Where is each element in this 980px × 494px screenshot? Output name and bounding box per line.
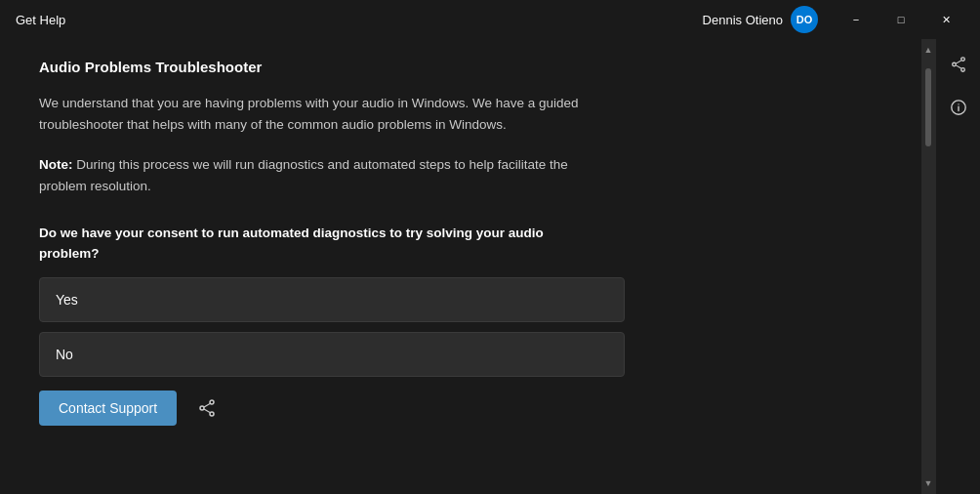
svg-point-6 <box>960 68 964 72</box>
share-button[interactable] <box>190 391 224 425</box>
main-content: Audio Problems Troubleshooter We underst… <box>0 39 921 494</box>
svg-point-0 <box>210 400 214 404</box>
app-title: Get Help <box>16 13 65 27</box>
svg-point-5 <box>960 58 964 62</box>
svg-line-3 <box>204 403 210 407</box>
svg-line-4 <box>204 409 210 413</box>
note-text: Note: During this process we will run di… <box>39 154 586 196</box>
svg-point-7 <box>952 62 956 66</box>
svg-line-9 <box>956 65 960 68</box>
consent-question: Do we have your consent to run automated… <box>39 224 586 264</box>
sidebar-share-icon <box>950 56 967 73</box>
svg-point-2 <box>200 406 204 410</box>
user-name: Dennis Otieno <box>703 13 783 27</box>
minimize-button[interactable]: − <box>834 4 878 35</box>
svg-point-12 <box>958 103 959 104</box>
scroll-down-button[interactable]: ▼ <box>921 474 935 492</box>
scrollbar-thumb[interactable] <box>925 68 931 146</box>
title-bar-right: Dennis Otieno DO − □ ✕ <box>703 4 968 35</box>
scrollbar-thumb-area <box>921 59 935 474</box>
svg-line-8 <box>956 61 960 63</box>
title-bar-left: Get Help <box>16 13 65 27</box>
info-icon <box>950 99 967 116</box>
right-sidebar <box>935 39 980 494</box>
scroll-up-button[interactable]: ▲ <box>921 41 935 59</box>
window-controls: − □ ✕ <box>834 4 968 35</box>
share-icon <box>197 398 217 418</box>
close-button[interactable]: ✕ <box>923 4 968 35</box>
no-option-button[interactable]: No <box>39 332 625 377</box>
note-body: During this process we will run diagnost… <box>39 157 568 193</box>
title-bar: Get Help Dennis Otieno DO − □ ✕ <box>0 0 980 39</box>
contact-support-button[interactable]: Contact Support <box>39 391 177 426</box>
app-body: Audio Problems Troubleshooter We underst… <box>0 39 980 494</box>
description: We understand that you are having proble… <box>39 93 586 135</box>
scrollbar[interactable]: ▲ ▼ <box>921 39 935 494</box>
maximize-button[interactable]: □ <box>878 4 923 35</box>
section-title: Audio Problems Troubleshooter <box>39 59 882 75</box>
svg-point-1 <box>210 412 214 416</box>
bottom-actions: Contact Support <box>39 391 882 426</box>
note-prefix: Note: <box>39 157 73 172</box>
yes-option-button[interactable]: Yes <box>39 277 625 322</box>
user-info: Dennis Otieno DO <box>703 6 818 33</box>
sidebar-share-button[interactable] <box>941 47 976 82</box>
sidebar-info-button[interactable] <box>941 90 976 125</box>
user-avatar: DO <box>791 6 818 33</box>
